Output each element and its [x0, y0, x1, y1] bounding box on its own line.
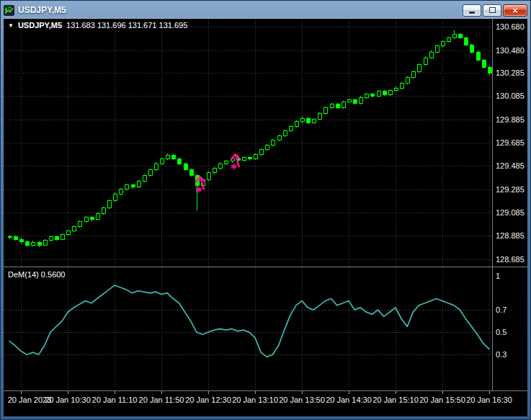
mt4-chart-window: USDJPY,M5 × ** ▼ USDJPY,M5 131.683 131.6…: [0, 0, 531, 420]
svg-text:*: *: [231, 161, 238, 176]
symbol-dropdown-icon[interactable]: ▼: [8, 22, 14, 29]
price-axis-label: 129.685: [496, 138, 525, 147]
time-axis-label: 20 Jan 15:50: [418, 396, 467, 404]
time-axis-label: 20 Jan 11:10: [90, 396, 139, 404]
svg-text:*: *: [195, 184, 202, 199]
time-axis-tick: [302, 391, 303, 394]
price-axis-label: 130.085: [496, 91, 525, 100]
maximize-button[interactable]: [483, 4, 501, 17]
price-axis-label: 128.885: [496, 231, 525, 240]
time-axis[interactable]: 20 Jan 202320 Jan 10:3020 Jan 11:1020 Ja…: [4, 391, 527, 416]
app-icon[interactable]: [4, 5, 14, 16]
price-axis-label: 129.485: [496, 161, 525, 170]
chart-ohlc-header: ▼ USDJPY,M5 131.683 131.696 131.671 131.…: [8, 21, 187, 30]
indicator-pane[interactable]: [4, 267, 492, 390]
price-axis[interactable]: 130.680130.480130.285130.085129.885129.6…: [494, 19, 527, 267]
indicator-label: DeM(14) 0.5600: [8, 270, 66, 279]
time-axis-label: 20 Jan 16:30: [465, 396, 514, 404]
chart-ohlc-values: 131.683 131.696 131.671 131.695: [66, 21, 187, 30]
time-axis-tick: [255, 391, 256, 394]
window-titlebar[interactable]: USDJPY,M5 ×: [4, 2, 527, 18]
time-axis-tick: [208, 391, 209, 394]
time-axis-tick: [396, 391, 396, 394]
price-chart-pane[interactable]: **: [4, 19, 492, 267]
time-axis-tick: [349, 391, 349, 394]
indicator-axis-label: 0.3: [496, 350, 507, 359]
window-title: USDJPY,M5: [18, 5, 66, 15]
time-axis-tick: [115, 391, 115, 394]
minimize-icon: [469, 12, 475, 14]
price-axis-label: 129.885: [496, 115, 525, 124]
chart-client-area: ** ▼ USDJPY,M5 131.683 131.696 131.671 1…: [4, 18, 527, 416]
time-axis-tick: [489, 391, 490, 394]
price-axis-label: 130.480: [496, 46, 525, 55]
time-axis-label: 20 Jan 13:10: [231, 396, 280, 404]
time-axis-tick: [161, 391, 162, 394]
price-axis-label: 129.285: [496, 185, 525, 194]
price-axis-label: 129.085: [496, 208, 525, 217]
close-icon: ×: [512, 6, 518, 15]
close-button[interactable]: ×: [503, 4, 527, 17]
time-axis-label: 20 Jan 14:30: [324, 396, 373, 404]
maximize-icon: [489, 7, 496, 13]
time-axis-tick: [442, 391, 443, 394]
price-axis-label: 128.685: [496, 255, 525, 264]
chart-symbol-label: USDJPY,M5: [18, 21, 62, 30]
minimize-button[interactable]: [463, 4, 481, 17]
time-axis-tick: [68, 391, 68, 394]
time-axis-label: 20 Jan 13:50: [277, 396, 326, 404]
indicator-axis-label: 0.5: [496, 328, 507, 336]
price-axis-line: [492, 19, 493, 391]
price-axis-label: 130.285: [496, 68, 525, 77]
time-axis-label: 20 Jan 10:30: [43, 396, 92, 404]
time-axis-tick: [21, 391, 22, 394]
indicator-axis-label: 0.7: [496, 305, 507, 314]
indicator-axis-label: 1: [496, 272, 500, 280]
time-axis-label: 20 Jan 15:10: [371, 396, 420, 404]
window-controls: ×: [463, 4, 527, 17]
time-axis-label: 20 Jan 11:50: [137, 396, 186, 404]
time-axis-label: 20 Jan 12:30: [184, 396, 233, 404]
indicator-axis[interactable]: 10.70.50.3: [494, 267, 527, 390]
price-axis-label: 130.680: [496, 22, 525, 31]
